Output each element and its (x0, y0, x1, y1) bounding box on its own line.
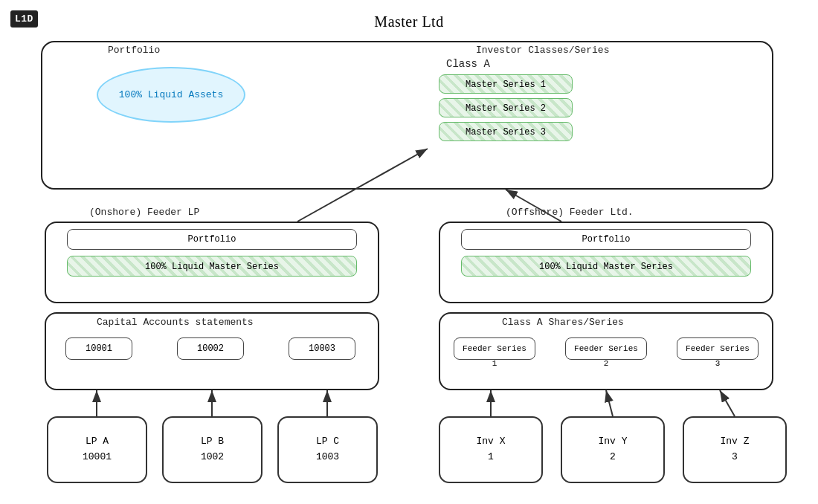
inv-y-box: Inv Y 2 (561, 416, 665, 483)
inv-x-name: Inv X (476, 434, 505, 450)
feeder-series-2: Feeder Series 2 (565, 337, 647, 360)
account-10003: 10003 (289, 337, 355, 360)
lp-c-name: LP C (316, 434, 339, 450)
lp-a-box: LP A 10001 (47, 416, 147, 483)
feeder-series-1: Feeder Series 1 (454, 337, 535, 360)
class-a-shares-label: Class A Shares/Series (502, 317, 624, 328)
inv-z-name: Inv Z (720, 434, 749, 450)
lp-c-box: LP C 1003 (277, 416, 378, 483)
page-title: Master Ltd (0, 13, 818, 30)
master-series-3: Master Series 3 (439, 122, 573, 141)
lp-b-box: LP B 1002 (162, 416, 263, 483)
inv-y-id: 2 (610, 450, 616, 465)
investor-classes-label: Investor Classes/Series (476, 45, 609, 56)
inv-z-id: 3 (732, 450, 738, 465)
onshore-portfolio-box: Portfolio (67, 229, 357, 250)
account-10002: 10002 (177, 337, 244, 360)
onshore-label: (Onshore) Feeder LP (89, 207, 199, 218)
lp-a-id: 10001 (83, 450, 112, 465)
master-series-1: Master Series 1 (439, 74, 573, 94)
liquid-assets-oval: 100% Liquid Assets (97, 67, 245, 123)
offshore-liquid-series: 100% Liquid Master Series (461, 256, 751, 277)
account-10001: 10001 (65, 337, 132, 360)
offshore-portfolio-box: Portfolio (461, 229, 751, 250)
inv-y-name: Inv Y (598, 434, 627, 450)
class-a-label: Class A (446, 58, 490, 70)
capital-accounts-label: Capital Accounts statements (97, 317, 254, 328)
inv-x-box: Inv X 1 (439, 416, 543, 483)
offshore-label: (Offshore) Feeder Ltd. (506, 207, 634, 218)
svg-line-8 (720, 390, 735, 416)
portfolio-section-label: Portfolio (108, 45, 160, 56)
lp-b-id: 1002 (201, 450, 224, 465)
onshore-liquid-series: 100% Liquid Master Series (67, 256, 357, 277)
feeder-series-3: Feeder Series 3 (677, 337, 759, 360)
master-series-2: Master Series 2 (439, 98, 573, 117)
svg-line-7 (606, 390, 613, 416)
lp-c-id: 1003 (316, 450, 339, 465)
inv-z-box: Inv Z 3 (683, 416, 787, 483)
lp-a-name: LP A (86, 434, 109, 450)
inv-x-id: 1 (488, 450, 494, 465)
lp-b-name: LP B (201, 434, 224, 450)
